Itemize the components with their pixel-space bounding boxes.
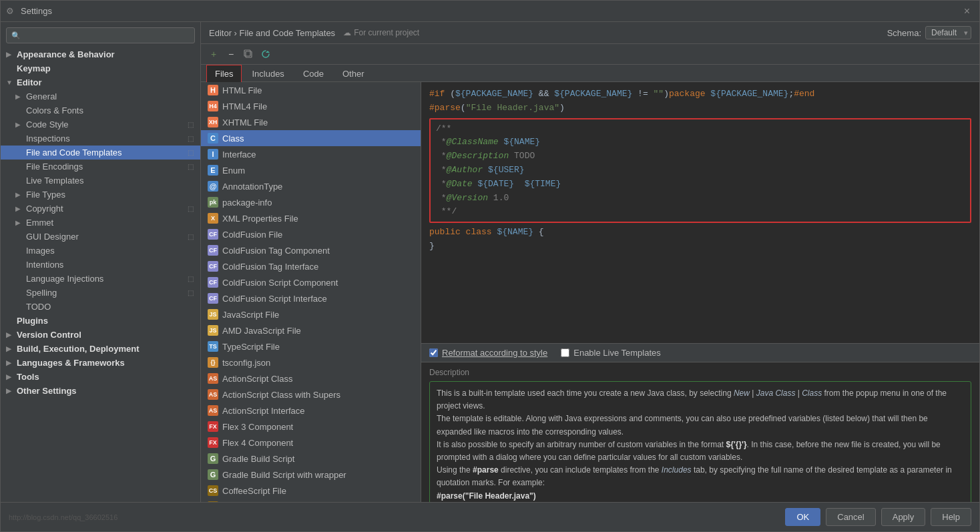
sidebar-item-file-code-templates[interactable]: File and Code Templates ⬚ — [1, 146, 200, 160]
sidebar-item-images[interactable]: Images — [1, 244, 200, 258]
sidebar-item-build-execution[interactable]: ▶ Build, Execution, Deployment — [1, 342, 200, 356]
sidebar-item-copyright[interactable]: ▶ Copyright ⬚ — [1, 202, 200, 216]
file-item-typescript[interactable]: TS TypeScript File — [201, 338, 421, 354]
file-item-javascript[interactable]: JS JavaScript File — [201, 306, 421, 322]
file-item-coldfusion[interactable]: CF ColdFusion File — [201, 226, 421, 242]
reformat-checkbox[interactable] — [429, 348, 438, 357]
sidebar-item-live-templates[interactable]: Live Templates — [1, 174, 200, 188]
help-button[interactable]: Help — [931, 508, 971, 526]
sidebar-item-version-control[interactable]: ▶ Version Control — [1, 328, 200, 342]
sidebar-item-editor[interactable]: ▼ Editor — [1, 75, 200, 89]
code-class-decl: public class ${NAME} { — [429, 226, 971, 240]
desc-p3: It is also possible to specify an arbitr… — [437, 439, 964, 464]
copy-template-button[interactable] — [241, 47, 256, 61]
sidebar-item-code-style[interactable]: ▶ Code Style ⬚ — [1, 117, 200, 131]
file-item-class[interactable]: C Class — [201, 130, 421, 146]
file-item-html4[interactable]: H4 HTML4 File — [201, 98, 421, 114]
file-item-cf-script-component[interactable]: CF ColdFusion Script Component — [201, 274, 421, 290]
sidebar-item-languages-frameworks[interactable]: ▶ Languages & Frameworks — [1, 356, 200, 370]
apply-button[interactable]: Apply — [881, 508, 926, 526]
file-item-actionscript-supers[interactable]: AS ActionScript Class with Supers — [201, 386, 421, 403]
file-item-xml-properties[interactable]: X XML Properties File — [201, 210, 421, 226]
remove-template-button[interactable]: − — [224, 47, 238, 61]
tab-files[interactable]: Files — [206, 65, 242, 82]
badge-icon: ⬚ — [186, 274, 195, 284]
file-item-flex3[interactable]: FX Flex 3 Component — [201, 419, 421, 435]
search-wrapper: 🔍 — [6, 27, 195, 43]
cancel-button[interactable]: Cancel — [826, 508, 875, 526]
ok-button[interactable]: OK — [785, 508, 820, 526]
window-title: Settings — [21, 6, 960, 16]
file-icon-tsconfig: {} — [208, 357, 218, 368]
file-item-interface[interactable]: I Interface — [201, 146, 421, 162]
live-templates-checkbox-label[interactable]: Enable Live Templates — [561, 348, 661, 358]
sidebar-item-gui-designer[interactable]: GUI Designer ⬚ — [1, 230, 200, 244]
code-description: *@Description TODO — [436, 150, 965, 164]
file-item-amd-javascript[interactable]: JS AMD JavaScript File — [201, 322, 421, 338]
file-item-actionscript-interface[interactable]: AS ActionScript Interface — [201, 403, 421, 419]
arrow-icon: ▶ — [6, 387, 15, 394]
code-line-2: #parse("File Header.java") — [429, 101, 971, 115]
file-item-actionscript-class[interactable]: AS ActionScript Class — [201, 370, 421, 386]
sidebar-item-intentions[interactable]: Intentions — [1, 258, 200, 272]
tab-other[interactable]: Other — [334, 65, 373, 82]
for-project-label: ☁ For current project — [343, 28, 419, 37]
restore-defaults-button[interactable] — [258, 47, 273, 61]
file-item-gradle[interactable]: G Gradle Build Script — [201, 451, 421, 467]
highlighted-code-block: /** *@ClassName ${NAME} *@Description TO… — [429, 118, 971, 224]
editor-options: Reformat according to style Enable Live … — [421, 343, 979, 362]
add-template-button[interactable]: + — [206, 47, 221, 61]
live-templates-checkbox[interactable] — [561, 348, 569, 357]
desc-p2: The template is editable. Along with Jav… — [437, 413, 964, 438]
tabs-row: Files Includes Code Other — [201, 65, 979, 82]
schema-select[interactable]: Default — [925, 26, 971, 39]
sidebar-item-file-types[interactable]: ▶ File Types — [1, 188, 200, 202]
settings-window: ⚙ Settings × 🔍 ▶ Appearance & Behavior K… — [0, 0, 980, 532]
reformat-checkbox-label[interactable]: Reformat according to style — [429, 348, 547, 358]
file-item-tsconfig[interactable]: {} tsconfig.json — [201, 354, 421, 370]
sidebar-item-emmet[interactable]: ▶ Emmet — [1, 216, 200, 230]
file-item-html[interactable]: H HTML File — [201, 82, 421, 98]
sidebar-item-language-injections[interactable]: Language Injections ⬚ — [1, 272, 200, 286]
file-item-package-info[interactable]: pk package-info — [201, 194, 421, 210]
file-item-flex4[interactable]: FX Flex 4 Component — [201, 435, 421, 451]
sidebar-item-other-settings[interactable]: ▶ Other Settings — [1, 384, 200, 398]
sidebar-item-keymap[interactable]: Keymap — [1, 61, 200, 75]
file-icon-annotation: @ — [208, 181, 218, 192]
titlebar: ⚙ Settings × — [1, 1, 979, 22]
search-icon: 🔍 — [11, 31, 21, 40]
sidebar-item-general[interactable]: ▶ General — [1, 89, 200, 103]
search-input[interactable] — [6, 27, 195, 43]
copy-icon — [244, 49, 253, 59]
file-icon-class: C — [208, 133, 218, 144]
file-item-xhtml[interactable]: XH XHTML File — [201, 114, 421, 130]
file-item-cf-tag-component[interactable]: CF ColdFusion Tag Component — [201, 242, 421, 258]
sidebar-item-file-encodings[interactable]: File Encodings ⬚ — [1, 160, 200, 174]
file-list: H HTML File H4 HTML4 File XH XHTML File … — [201, 82, 421, 502]
sidebar-item-tools[interactable]: ▶ Tools — [1, 370, 200, 384]
sidebar-item-spelling[interactable]: Spelling ⬚ — [1, 286, 200, 300]
schema-select-wrapper: Default — [925, 26, 971, 39]
file-icon-as-supers: AS — [208, 389, 218, 400]
tab-includes[interactable]: Includes — [243, 65, 292, 82]
breadcrumb-editor: Editor — [209, 28, 232, 38]
file-icon-ts: TS — [208, 341, 218, 352]
file-item-cf-script-interface[interactable]: CF ColdFusion Script Interface — [201, 290, 421, 306]
sidebar-item-plugins[interactable]: Plugins — [1, 314, 200, 328]
file-item-coffeescript[interactable]: CS CoffeeScript File — [201, 483, 421, 499]
badge-icon: ⬚ — [186, 162, 195, 172]
file-item-cf-tag-interface[interactable]: CF ColdFusion Tag Interface — [201, 258, 421, 274]
code-editor[interactable]: #if (${PACKAGE_NAME} && ${PACKAGE_NAME} … — [421, 82, 979, 343]
file-item-enum[interactable]: E Enum — [201, 162, 421, 178]
sidebar-item-inspections[interactable]: Inspections ⬚ — [1, 131, 200, 146]
file-item-gradle-wrapper[interactable]: G Gradle Build Script with wrapper — [201, 467, 421, 483]
close-button[interactable]: × — [960, 4, 974, 19]
sidebar-item-appearance[interactable]: ▶ Appearance & Behavior — [1, 47, 200, 61]
badge-icon: ⬚ — [186, 120, 195, 129]
badge-icon: ⬚ — [186, 232, 195, 242]
sidebar-item-colors-fonts[interactable]: Colors & Fonts — [1, 103, 200, 117]
file-item-annotation[interactable]: @ AnnotationType — [201, 178, 421, 194]
arrow-icon: ▶ — [15, 219, 25, 226]
sidebar-item-todo[interactable]: TODO — [1, 300, 200, 314]
tab-code[interactable]: Code — [294, 65, 332, 82]
